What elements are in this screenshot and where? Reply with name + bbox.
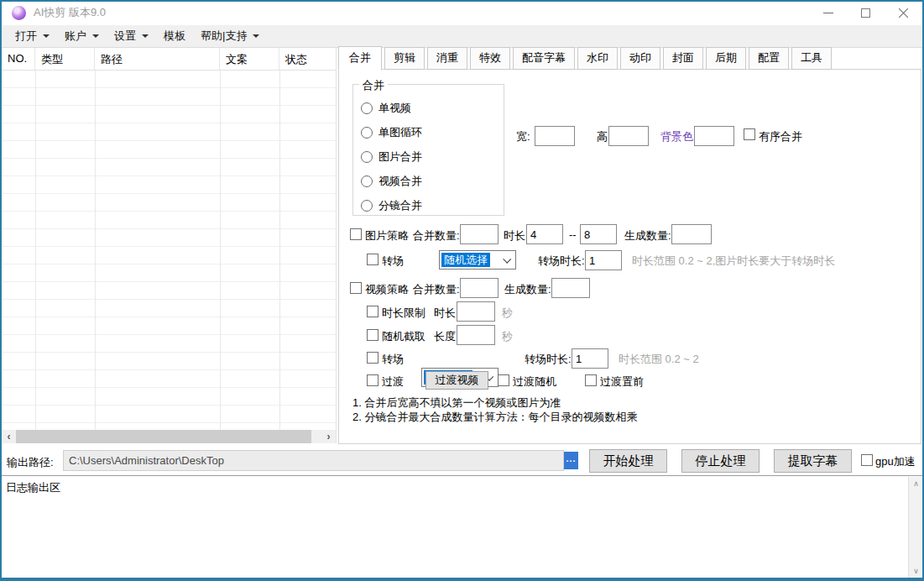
menu-template-label: 模板 — [164, 29, 185, 44]
crossfade-front-checkbox[interactable] — [585, 374, 597, 386]
image-merge-count-input[interactable] — [460, 224, 499, 244]
column-header-status[interactable]: 状态 — [279, 48, 336, 70]
image-transition-checkbox[interactable] — [367, 254, 378, 265]
radio-single-video[interactable]: 单视频 — [361, 101, 411, 116]
video-merge-count-label: 合并数量: — [413, 282, 460, 297]
radio-label: 视频合并 — [378, 174, 422, 189]
extract-subtitles-button[interactable]: 提取字幕 — [774, 449, 852, 473]
column-divider — [279, 71, 280, 430]
column-header-type[interactable]: 类型 — [35, 48, 95, 70]
browse-button[interactable]: ... — [564, 452, 578, 469]
tab-post[interactable]: 后期 — [706, 47, 746, 70]
column-header-script[interactable]: 文案 — [220, 48, 279, 70]
image-duration-to-input[interactable] — [580, 224, 617, 244]
menu-help-support[interactable]: 帮助|支持 — [193, 25, 267, 47]
minimize-button[interactable] — [809, 0, 847, 25]
menu-account-label: 账户 — [65, 29, 86, 44]
bg-color-label: 背景色: — [660, 129, 697, 144]
stop-processing-button[interactable]: 停止处理 — [681, 449, 760, 473]
maximize-button[interactable] — [847, 0, 885, 25]
vertical-scrollbar[interactable]: ∧ ∨ — [908, 477, 922, 578]
window-title: AI快剪 版本9.0 — [34, 5, 106, 20]
dropdown-arrow-icon — [43, 34, 50, 38]
image-transition-duration-input[interactable] — [585, 250, 622, 270]
scroll-right-icon[interactable]: › — [321, 430, 336, 443]
radio-storyboard-merge[interactable]: 分镜合并 — [361, 198, 422, 213]
video-gen-count-input[interactable] — [551, 278, 590, 298]
video-transition-checkbox[interactable] — [367, 352, 378, 364]
radio-label: 单图循环 — [378, 125, 422, 140]
radio-image-merge[interactable]: 图片合并 — [361, 149, 422, 165]
horizontal-scrollbar[interactable]: ‹ › — [2, 430, 336, 443]
duration-limit-input[interactable] — [457, 301, 495, 322]
dropdown-arrow-icon — [253, 34, 259, 38]
menu-template[interactable]: 模板 — [156, 25, 193, 47]
file-table-header: NO. 类型 路径 文案 状态 — [2, 48, 336, 71]
random-cut-checkbox[interactable] — [367, 329, 378, 341]
random-cut-input[interactable] — [457, 325, 495, 345]
scrollbar-thumb[interactable] — [16, 430, 311, 443]
video-strategy-checkbox[interactable] — [350, 282, 362, 294]
radio-single-image-loop[interactable]: 单图循环 — [361, 125, 422, 140]
window-controls — [809, 0, 922, 25]
radio-icon — [361, 200, 373, 212]
height-input[interactable] — [608, 126, 649, 146]
menu-settings[interactable]: 设置 — [107, 25, 156, 47]
tab-dub-subtitle[interactable]: 配音字幕 — [513, 47, 575, 70]
video-merge-count-input[interactable] — [460, 278, 499, 298]
radio-icon — [361, 175, 373, 187]
column-divider — [95, 71, 96, 430]
merge-mode-groupbox: 合并 单视频 单图循环 图片合并 视频合并 分镜合并 — [352, 84, 504, 216]
image-strategy-checkbox[interactable] — [350, 228, 362, 240]
tab-tools[interactable]: 工具 — [791, 47, 832, 70]
bg-color-input[interactable] — [694, 126, 734, 146]
tab-cover[interactable]: 封面 — [663, 47, 703, 70]
scroll-left-icon[interactable]: ‹ — [2, 430, 16, 443]
duration-limit-label: 时长限制 — [382, 306, 425, 321]
tab-effects[interactable]: 特效 — [470, 47, 510, 70]
image-gen-count-input[interactable] — [671, 224, 712, 244]
image-duration-from-input[interactable] — [526, 224, 563, 244]
crossfade-front-label: 过渡置前 — [600, 374, 644, 390]
menu-account[interactable]: 账户 — [57, 25, 107, 47]
width-label: 宽: — [516, 129, 530, 144]
ordered-merge-checkbox[interactable] — [744, 128, 755, 140]
length-field-label: 长度: — [434, 329, 459, 344]
output-path-input[interactable] — [63, 450, 564, 471]
close-button[interactable] — [885, 0, 922, 25]
crossfade-checkbox[interactable] — [367, 374, 378, 386]
crossfade-random-checkbox[interactable] — [498, 374, 509, 386]
tab-merge[interactable]: 合并 — [338, 46, 382, 71]
crossfade-video-button[interactable]: 过渡视频 — [425, 371, 488, 390]
radio-icon — [361, 151, 373, 163]
tab-motion-stamp[interactable]: 动印 — [620, 47, 660, 70]
app-window: AI快剪 版本9.0 打开 账户 设置 模板 帮助|支持 NO. 类型 路径 文… — [0, 0, 924, 581]
menu-open[interactable]: 打开 — [8, 25, 57, 47]
radio-label: 分镜合并 — [378, 198, 422, 213]
image-transition-select[interactable]: 随机选择 — [439, 250, 516, 270]
tab-clip[interactable]: 剪辑 — [384, 47, 425, 70]
title-bar: AI快剪 版本9.0 — [2, 0, 922, 25]
video-transition-duration-input[interactable] — [572, 348, 608, 369]
log-output-area: 日志输出区 ∧ ∨ — [2, 475, 922, 578]
radio-video-merge[interactable]: 视频合并 — [361, 174, 422, 189]
tab-config[interactable]: 配置 — [749, 47, 789, 70]
random-cut-label: 随机截取 — [382, 329, 425, 344]
scroll-up-icon[interactable]: ∧ — [909, 477, 923, 490]
column-header-no[interactable]: NO. — [2, 48, 35, 70]
width-input[interactable] — [535, 126, 575, 146]
minimize-icon — [823, 13, 833, 13]
menu-bar: 打开 账户 设置 模板 帮助|支持 — [2, 25, 922, 48]
output-path-label: 输出路径: — [7, 455, 54, 470]
crossfade-random-label: 过渡随机 — [513, 374, 556, 390]
column-header-path[interactable]: 路径 — [95, 48, 220, 70]
tab-dedup[interactable]: 消重 — [427, 47, 467, 70]
start-processing-button[interactable]: 开始处理 — [589, 449, 667, 473]
scroll-down-icon[interactable]: ∨ — [909, 564, 923, 578]
column-divider — [220, 71, 221, 430]
duration-limit-checkbox[interactable] — [367, 306, 378, 317]
radio-label: 图片合并 — [378, 149, 422, 165]
tab-strip: 合并 剪辑 消重 特效 配音字幕 水印 动印 封面 后期 配置 工具 — [338, 50, 834, 70]
gpu-acceleration-checkbox[interactable] — [861, 454, 873, 466]
tab-watermark[interactable]: 水印 — [577, 47, 618, 70]
